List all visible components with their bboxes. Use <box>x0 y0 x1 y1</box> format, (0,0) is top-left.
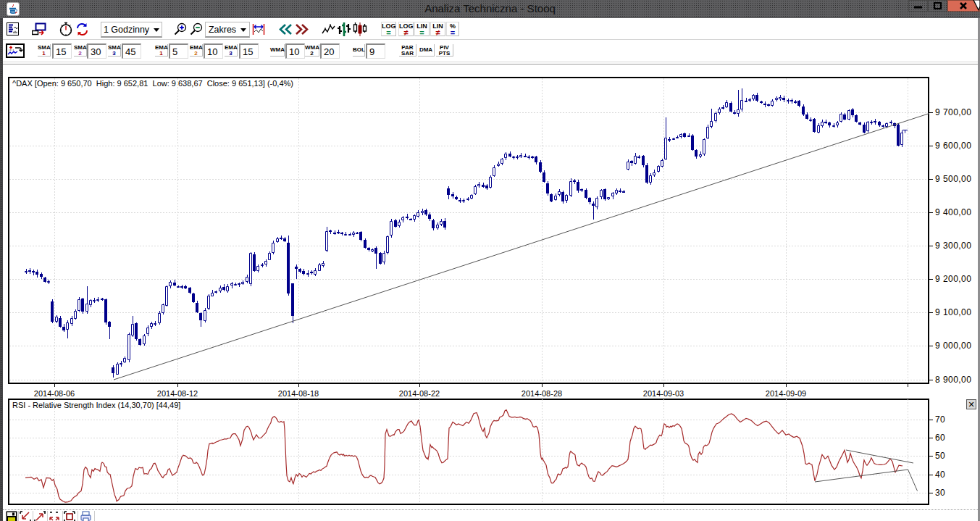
svg-text:2014-09-03: 2014-09-03 <box>643 389 684 398</box>
svg-text:2014-08-06: 2014-08-06 <box>34 389 75 398</box>
svg-text:9 500,00: 9 500,00 <box>935 174 971 184</box>
svg-text:40: 40 <box>935 470 945 480</box>
svg-text:^DAX [Open: 9 650,70 High: 9: ^DAX [Open: 9 650,70 High: 9 652,81 Low:… <box>12 79 293 88</box>
svg-text:9 600,00: 9 600,00 <box>935 141 971 151</box>
svg-text:2014-08-28: 2014-08-28 <box>522 389 562 398</box>
svg-text:2014-08-22: 2014-08-22 <box>399 389 440 398</box>
svg-text:9 700,00: 9 700,00 <box>935 107 971 117</box>
svg-text:9 400,00: 9 400,00 <box>935 207 971 217</box>
svg-text:9 200,00: 9 200,00 <box>935 274 971 284</box>
svg-text:70: 70 <box>935 414 945 425</box>
svg-text:50: 50 <box>935 451 945 461</box>
svg-text:2014-08-18: 2014-08-18 <box>278 389 319 398</box>
svg-text:9 000,00: 9 000,00 <box>935 341 971 351</box>
svg-text:30: 30 <box>935 488 945 498</box>
svg-text:2014-09-09: 2014-09-09 <box>766 389 806 398</box>
svg-text:60: 60 <box>935 433 945 443</box>
svg-text:9 300,00: 9 300,00 <box>935 241 971 251</box>
svg-text:9 100,00: 9 100,00 <box>935 307 971 317</box>
svg-text:8 900,00: 8 900,00 <box>935 375 971 385</box>
svg-text:2014-08-12: 2014-08-12 <box>157 389 198 398</box>
svg-text:RSI - Relative Strength Index: RSI - Relative Strength Index (14,30,70)… <box>12 401 180 409</box>
